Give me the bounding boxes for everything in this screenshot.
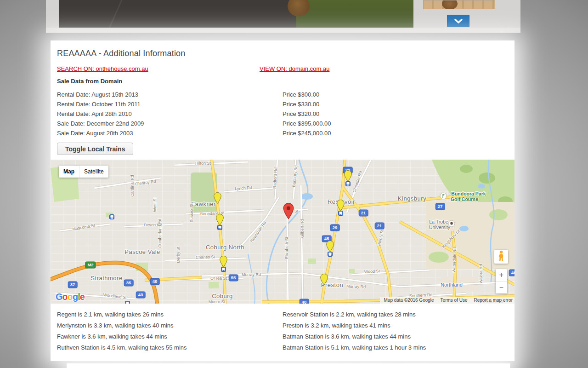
map-label: University [429, 224, 450, 230]
street-view-pegman-button[interactable] [494, 250, 508, 264]
map-label: Cheddar Rd [352, 170, 363, 193]
station-distance: Ruthven Station is 4.5 km, walking takes… [57, 344, 277, 355]
route-shield: 43 [136, 292, 146, 299]
satellite-view-button[interactable]: Satellite [79, 166, 108, 178]
map-data-credit: Map data ©2016 Google [384, 298, 434, 303]
station-pin[interactable] [220, 256, 227, 269]
map-label: Northland [441, 282, 463, 288]
map-label: Plenty Rd [377, 228, 385, 246]
terms-of-use-link[interactable]: Terms of Use [441, 298, 468, 303]
photo-grass [296, 0, 413, 28]
map-label: Waterdale Rd [452, 247, 457, 272]
route-shield: 29 [330, 224, 340, 231]
property-photo [59, 0, 413, 28]
sale-row: Sale Date: December 22nd 2009Price $395,… [57, 120, 507, 130]
google-logo-letter: o [68, 292, 73, 302]
map-label: Kingsbury [398, 195, 426, 202]
map-label: Mascoma St [72, 223, 96, 232]
station-pin[interactable] [326, 241, 334, 254]
map-label: Coburg [212, 293, 233, 299]
sale-row: Rental Date: April 28th 2010Price $320.0… [57, 110, 507, 120]
map-view-button[interactable]: Map [59, 166, 79, 178]
map-label: Bundoora Park [451, 191, 486, 196]
google-logo-letter: o [62, 292, 68, 302]
map-label: Murray Rd [242, 272, 261, 277]
sale-row: Sale Date: August 20th 2003Price $245,00… [57, 130, 507, 139]
station-distance: Merlynston is 3.3 km, walking takes 40 m… [57, 322, 277, 333]
map-label: Munro St [209, 299, 226, 304]
sale-price: Price $320.00 [283, 110, 319, 117]
station-distance: Preston is 3.2 km, walking takes 41 mins [283, 322, 503, 333]
property-marker[interactable] [283, 203, 294, 221]
station-pin[interactable] [320, 274, 328, 287]
map-overlay: GlenroyFawknerCoburg NorthPascoe ValeStr… [51, 160, 514, 304]
golf-icon [440, 193, 447, 201]
stations-left: Regent is 2.1 km, walking takes 26 minsM… [57, 311, 277, 355]
route-shield: 27 [435, 203, 445, 210]
map-label: Glenroy Rd [135, 179, 156, 186]
map-label: Fawkner [191, 201, 215, 207]
sale-price: Price $300.00 [283, 91, 319, 98]
toggle-local-trains-button[interactable]: Toggle Local Trains [57, 143, 133, 155]
map-label: Sussex St [189, 204, 194, 223]
route-shield: 21 [359, 210, 368, 217]
pegman-icon [498, 250, 505, 263]
sale-date: Rental Date: October 11th 2011 [57, 101, 141, 108]
chevron-down-icon [454, 17, 463, 25]
freeway-shield: M2 [85, 262, 96, 269]
map-label: Radford Rd [272, 167, 278, 189]
cap-icon [448, 220, 455, 229]
search-onthehouse-link[interactable]: SEARCH ON: onthehouse.com.au [57, 65, 148, 72]
map-zoom-control: + − [496, 269, 507, 293]
station-distance: Reservoir Station is 2.2 km, walking tak… [283, 311, 503, 322]
stations-right: Reservoir Station is 2.2 km, walking tak… [283, 311, 503, 355]
station-distance: Regent is 2.1 km, walking takes 26 mins [57, 311, 277, 322]
gallery-thumbnail[interactable] [423, 0, 495, 9]
map-label: Golf Course [451, 196, 478, 202]
station-distance: Batman Station is 5.1 km, walking takes … [283, 344, 503, 355]
map-label: La Trobe [429, 219, 448, 224]
map-label: Charles St [196, 254, 215, 259]
google-logo-letter: g [73, 292, 78, 302]
zoom-in-button[interactable]: + [496, 269, 507, 282]
map-label: Hilton St [195, 161, 211, 166]
route-shield: 35 [124, 280, 134, 287]
station-pin[interactable] [337, 200, 345, 213]
sale-row: Rental Date: October 11th 2011Price $330… [57, 101, 507, 110]
map-label: Kingsbury Dr [441, 229, 461, 249]
map-label: Waiora Rd [479, 264, 483, 283]
sale-price: Price $245,000.00 [283, 130, 331, 137]
route-shield: 40 [300, 299, 309, 304]
additional-info-panel: REAAAAA - Additional Information SEARCH … [51, 40, 514, 361]
route-shield: 21 [375, 223, 384, 230]
station-pin[interactable] [214, 192, 221, 206]
map-label: Cumberland Rd [158, 218, 162, 247]
sale-data-heading: Sale Data from Domain [57, 78, 122, 85]
expand-button[interactable] [447, 15, 469, 27]
station-pin[interactable] [344, 170, 352, 184]
google-logo-letter: e [80, 292, 85, 302]
station-pin[interactable] [216, 214, 224, 227]
google-logo[interactable]: Google [56, 292, 85, 302]
map-label: Banbury Rd [292, 165, 299, 187]
sale-row: Rental Date: August 15th 2013Price $300.… [57, 91, 507, 101]
report-map-error-link[interactable]: Report a map error [474, 298, 513, 303]
page: REAAAAA - Additional Information SEARCH … [0, 0, 588, 368]
map-label: Wood St [364, 269, 380, 274]
google-map[interactable]: GlenroyFawknerCoburg NorthPascoe ValeStr… [51, 160, 514, 304]
map-attribution: Map data ©2016 Google Terms of Use Repor… [380, 297, 514, 304]
map-label: Derby St [176, 247, 181, 263]
map-label: West St [153, 197, 157, 212]
map-label: O'Hea St [210, 276, 227, 281]
map-label: Woodland St [103, 293, 127, 300]
view-domain-link[interactable]: VIEW ON: domain.com.au [260, 65, 329, 72]
sale-price: Price $395,000.00 [283, 120, 331, 127]
sale-date: Sale Date: December 22nd 2009 [57, 120, 144, 127]
sale-date: Rental Date: April 28th 2010 [57, 110, 132, 117]
sale-date: Rental Date: August 15th 2013 [57, 91, 138, 98]
map-label: Gilbert Rd [300, 219, 305, 238]
zoom-out-button[interactable]: − [496, 282, 507, 293]
map-type-control: Map Satellite [59, 166, 108, 178]
route-shield: 40 [150, 278, 160, 285]
train-station-icon [125, 299, 130, 304]
